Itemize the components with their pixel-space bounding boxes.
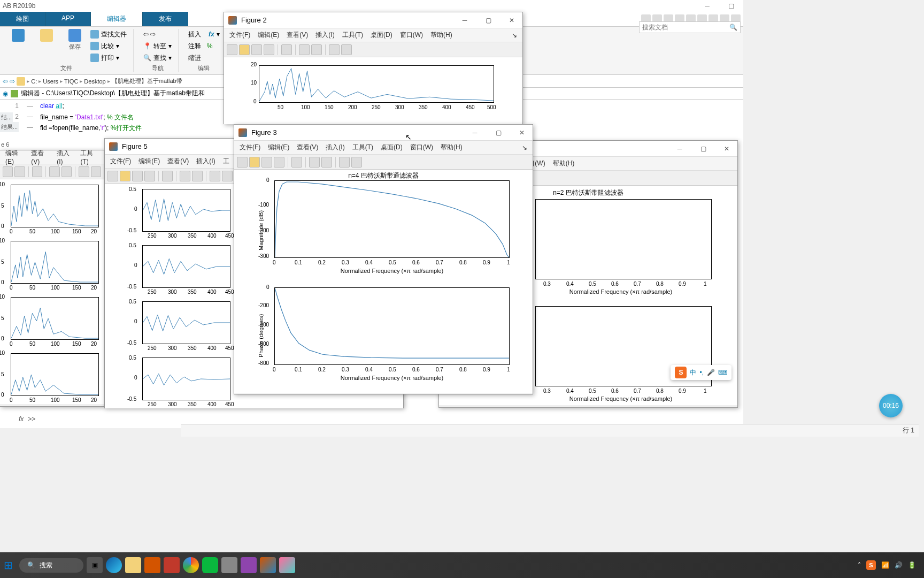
matlab-icon <box>109 142 118 151</box>
edge-icon[interactable] <box>106 557 122 573</box>
search-icon[interactable]: 🔍 <box>729 24 737 31</box>
pdf-icon[interactable] <box>164 557 180 573</box>
tray-volume-icon[interactable]: 🔊 <box>895 561 903 569</box>
mail-icon[interactable] <box>144 557 160 573</box>
goto-button[interactable]: ⇦ ⇨ <box>143 29 172 40</box>
fig3-max[interactable]: ▢ <box>492 129 505 136</box>
tb-pointer-icon[interactable] <box>210 171 220 181</box>
tb-print-icon[interactable] <box>264 44 274 55</box>
file-group-label: 文件 <box>60 64 72 72</box>
fig2-min[interactable]: ─ <box>458 17 471 24</box>
doc-search[interactable]: 🔍 <box>639 21 741 33</box>
tb-print-icon[interactable] <box>274 157 284 168</box>
side-label-a[interactable]: 结... <box>0 112 13 123</box>
tb-layout-icon[interactable] <box>49 166 59 177</box>
tb-open-icon[interactable] <box>120 171 130 181</box>
tb-layout-icon[interactable] <box>281 44 292 55</box>
app2-icon[interactable] <box>241 557 257 573</box>
new-icon[interactable] <box>12 29 25 42</box>
find-button[interactable]: 🔍查找▾ <box>143 52 172 63</box>
fig3-min[interactable]: ─ <box>468 129 481 136</box>
print-button[interactable]: 打印▾ <box>90 52 127 63</box>
tb-bars-icon[interactable] <box>311 44 322 55</box>
tb-pointer-icon[interactable] <box>79 166 89 177</box>
side-label-b[interactable]: 结果... <box>0 122 19 132</box>
tb-save-icon[interactable] <box>132 171 143 181</box>
tb-new-icon[interactable] <box>107 171 118 181</box>
tb-layout-icon[interactable] <box>291 157 302 168</box>
min-button[interactable]: ─ <box>695 0 719 12</box>
tb-print-icon[interactable] <box>32 166 42 177</box>
doc-search-input[interactable] <box>642 24 729 31</box>
tb-new-icon[interactable] <box>227 44 237 55</box>
matlab-tb-icon[interactable] <box>260 557 276 573</box>
insert-button[interactable]: 插入 fx▾ <box>188 29 220 40</box>
app3-icon[interactable] <box>279 557 295 573</box>
tray-sogou-icon[interactable]: S <box>866 560 876 570</box>
explorer-icon[interactable] <box>125 557 141 573</box>
matlab-icon <box>238 128 247 137</box>
tb-pointer-icon[interactable] <box>329 44 340 55</box>
tray-battery-icon[interactable]: 🔋 <box>908 561 916 569</box>
tb-bars-icon[interactable] <box>321 157 332 168</box>
tb-save-icon[interactable] <box>14 166 25 177</box>
tray-wifi-icon[interactable]: 📶 <box>881 561 889 569</box>
fig4-max[interactable]: ▢ <box>697 145 710 153</box>
tb-save-icon[interactable] <box>251 44 262 55</box>
app-icon[interactable] <box>221 557 237 573</box>
fig3-close[interactable]: ✕ <box>515 129 528 136</box>
fig2-title: Figure 2 <box>241 16 267 24</box>
tb-open-icon[interactable] <box>239 44 250 55</box>
tb-pointer-icon[interactable] <box>339 157 350 168</box>
compare-button[interactable]: 比较▾ <box>90 41 127 51</box>
tab-app[interactable]: APP <box>45 12 91 26</box>
fig2-close[interactable]: ✕ <box>505 17 518 24</box>
tb-new-icon[interactable] <box>237 157 248 168</box>
start-button[interactable]: ⊞ <box>0 557 16 573</box>
folder-icon <box>17 77 25 86</box>
tb-new-icon[interactable] <box>3 166 13 177</box>
tb-save-icon[interactable] <box>261 157 272 168</box>
tab-publish[interactable]: 发布 <box>143 12 188 26</box>
tb-print-icon[interactable] <box>144 171 155 181</box>
mouse-cursor: ↖ <box>405 133 412 141</box>
tb-telephone-icon[interactable] <box>180 171 190 181</box>
ime-overlay[interactable]: S 中 •, 🎤 ⌨ <box>671 365 732 380</box>
tb-bars-icon[interactable] <box>61 166 72 177</box>
taskbar-search[interactable]: 🔍 搜索 <box>19 558 83 573</box>
tb-brush-icon[interactable] <box>91 166 101 177</box>
timer-badge[interactable]: 00:16 <box>879 394 903 417</box>
tab-editor[interactable]: 编辑器 <box>91 12 143 26</box>
wechat-icon[interactable] <box>202 557 218 573</box>
windows-taskbar: ⊞ 🔍 搜索 ▣ ˄ S 📶 🔊 🔋 <box>0 552 924 578</box>
max-button[interactable]: ▢ <box>719 0 743 12</box>
tb-bars-icon[interactable] <box>192 171 203 181</box>
tb-table-icon[interactable] <box>341 44 352 55</box>
tray-chevron-icon[interactable]: ˄ <box>858 561 861 569</box>
fig2-max[interactable]: ▢ <box>482 17 495 24</box>
tb-table-icon[interactable] <box>351 157 362 168</box>
tab-plot[interactable]: 绘图 <box>0 12 45 26</box>
tb-telephone-icon[interactable] <box>309 157 320 168</box>
findfiles-button[interactable]: 查找文件 <box>90 29 127 40</box>
status-bar: 行 1 <box>181 424 919 437</box>
mic-icon[interactable]: 🎤 <box>707 369 715 376</box>
open-icon[interactable] <box>40 29 53 42</box>
chrome-icon[interactable] <box>183 557 199 573</box>
keyboard-icon[interactable]: ⌨ <box>718 369 727 376</box>
goto-label-button[interactable]: 📍转至▾ <box>143 41 172 51</box>
tb-table-icon[interactable] <box>222 171 233 181</box>
tb-telephone-icon[interactable] <box>299 44 310 55</box>
fx-command-bar[interactable]: fx>> <box>19 415 35 423</box>
taskview-icon[interactable]: ▣ <box>87 557 103 573</box>
indent-button[interactable]: 缩进 <box>188 52 220 63</box>
fig4-min[interactable]: ─ <box>673 145 686 153</box>
fig5-title: Figure 5 <box>122 142 148 150</box>
fig3-title: Figure 3 <box>251 128 277 136</box>
tb-open-icon[interactable] <box>249 157 260 168</box>
save-big-icon[interactable] <box>68 29 81 42</box>
comment-button[interactable]: 注释 % <box>188 41 220 51</box>
tab-extra[interactable]: e 6 <box>0 140 10 149</box>
tb-layout-icon[interactable] <box>162 171 173 181</box>
fig4-close[interactable]: ✕ <box>720 145 733 153</box>
